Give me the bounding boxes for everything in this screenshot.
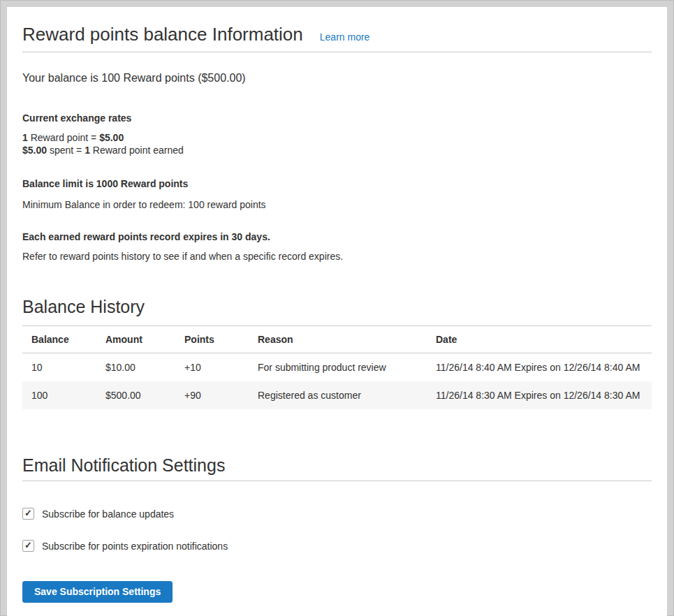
rate2-suffix: Reward point earned <box>90 145 184 156</box>
cell-reason: For submitting product review <box>249 353 427 382</box>
learn-more-link[interactable]: Learn more <box>320 31 370 43</box>
rate1-amount: $5.00 <box>99 132 124 143</box>
column-header-reason: Reason <box>249 326 427 353</box>
exchange-rates: 1 Reward point = $5.00 $5.00 spent = 1 R… <box>22 131 652 156</box>
balance-history-heading: Balance History <box>22 296 652 318</box>
reward-points-card: Reward points balance Information Learn … <box>7 7 667 616</box>
page-frame: Reward points balance Information Learn … <box>0 0 674 616</box>
minimum-balance-note: Minimum Balance in order to redeem: 100 … <box>22 198 652 212</box>
balance-limit-note: Balance limit is 1000 Reward points <box>22 177 652 191</box>
cell-points: +90 <box>175 381 249 409</box>
expiration-note: Each earned reward points record expires… <box>22 230 652 244</box>
column-header-balance: Balance <box>22 326 96 353</box>
cell-amount: $10.00 <box>96 353 175 382</box>
subscribe-balance-updates-row: Subscribe for balance updates <box>22 508 652 520</box>
email-settings-heading: Email Notification Settings <box>22 455 652 476</box>
balance-summary: Your balance is 100 Reward points ($500.… <box>22 71 652 85</box>
exchange-rate-line-1: 1 Reward point = $5.00 <box>22 131 652 144</box>
rate1-points: 1 <box>22 132 28 143</box>
balance-history-table: Balance Amount Points Reason Date 10 $10… <box>22 325 652 409</box>
column-header-date: Date <box>427 326 652 353</box>
exchange-rate-line-2: $5.00 spent = 1 Reward point earned <box>22 144 652 156</box>
cell-reason: Registered as customer <box>249 381 427 409</box>
page-header: Reward points balance Information Learn … <box>22 24 652 52</box>
rate2-points: 1 <box>85 145 90 156</box>
cell-date: 11/26/14 8:30 AM Expires on 12/26/14 8:3… <box>427 381 652 409</box>
subscribe-balance-updates-checkbox[interactable] <box>22 508 34 520</box>
exchange-rates-heading: Current exchange rates <box>22 111 652 125</box>
cell-balance: 10 <box>22 353 96 382</box>
subscribe-expiration-notifications-row: Subscribe for points expiration notifica… <box>22 540 652 552</box>
save-subscription-settings-button[interactable]: Save Subscription Settings <box>22 581 173 603</box>
rate2-text: spent = <box>47 145 85 156</box>
cell-amount: $500.00 <box>96 381 175 409</box>
email-settings-divider <box>22 481 652 481</box>
expiration-hint: Refer to reward points history to see if… <box>22 249 652 263</box>
table-row: 10 $10.00 +10 For submitting product rev… <box>22 353 652 382</box>
page-title: Reward points balance Information <box>22 24 303 45</box>
column-header-points: Points <box>175 326 249 353</box>
table-row: 100 $500.00 +90 Registered as customer 1… <box>22 381 652 409</box>
subscribe-expiration-notifications-checkbox[interactable] <box>22 540 34 552</box>
subscribe-expiration-notifications-label[interactable]: Subscribe for points expiration notifica… <box>42 541 228 552</box>
table-header-row: Balance Amount Points Reason Date <box>22 326 652 353</box>
cell-points: +10 <box>175 353 249 382</box>
column-header-amount: Amount <box>96 326 175 353</box>
subscribe-balance-updates-label[interactable]: Subscribe for balance updates <box>42 508 174 520</box>
cell-balance: 100 <box>22 381 96 409</box>
rate2-amount: $5.00 <box>22 145 47 156</box>
rate1-text: Reward point = <box>28 132 99 143</box>
cell-date: 11/26/14 8:40 AM Expires on 12/26/14 8:4… <box>427 353 652 382</box>
